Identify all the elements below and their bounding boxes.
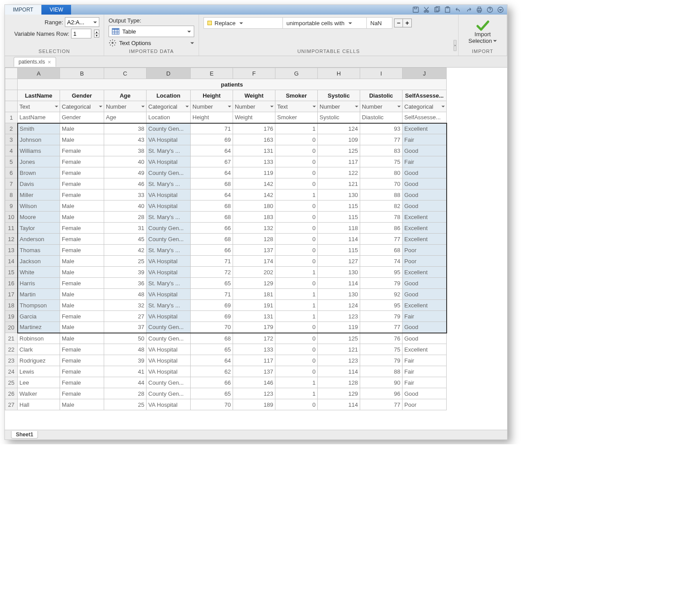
data-cell[interactable]: 114 <box>318 234 360 245</box>
column-letter[interactable]: J <box>403 68 447 79</box>
data-cell[interactable]: 65 <box>191 388 233 399</box>
data-cell[interactable]: VA Hospital <box>147 201 191 212</box>
data-cell[interactable]: 31 <box>104 223 147 234</box>
header-cell[interactable]: SelfAssesse... <box>403 112 447 123</box>
data-cell[interactable]: 71 <box>191 289 233 300</box>
data-cell[interactable]: 202 <box>233 267 275 278</box>
data-cell[interactable]: Male <box>60 134 104 145</box>
add-rule-button[interactable]: + <box>403 19 412 27</box>
column-letter[interactable]: H <box>318 68 360 79</box>
spinner-down-icon[interactable]: ▼ <box>94 34 99 38</box>
row-number[interactable]: 24 <box>5 366 18 377</box>
data-cell[interactable]: 32 <box>104 300 147 311</box>
data-cell[interactable]: 68 <box>191 201 233 212</box>
data-cell[interactable]: 92 <box>360 289 403 300</box>
data-cell[interactable]: 132 <box>233 223 275 234</box>
data-cell[interactable]: 68 <box>360 245 403 256</box>
chevron-down-icon[interactable] <box>190 41 194 45</box>
data-cell[interactable]: 96 <box>360 388 403 399</box>
chevron-down-icon[interactable] <box>493 39 497 43</box>
data-cell[interactable]: VA Hospital <box>147 311 191 322</box>
data-cell[interactable]: Male <box>60 212 104 223</box>
header-cell[interactable]: LastName <box>18 112 60 123</box>
data-cell[interactable]: Good <box>403 289 447 300</box>
data-cell[interactable]: 172 <box>233 333 275 344</box>
data-cell[interactable]: Walker <box>18 388 60 399</box>
data-cell[interactable]: Lee <box>18 377 60 388</box>
column-letter[interactable]: B <box>60 68 104 79</box>
chevron-down-icon[interactable] <box>441 105 445 108</box>
header-cell[interactable]: Location <box>147 112 191 123</box>
data-cell[interactable]: 0 <box>275 333 318 344</box>
data-cell[interactable]: Excellent <box>403 223 447 234</box>
data-cell[interactable]: Poor <box>403 256 447 267</box>
range-input[interactable] <box>67 19 91 26</box>
header-cell[interactable]: Height <box>191 112 233 123</box>
data-cell[interactable]: Brown <box>18 167 60 178</box>
chevron-down-icon[interactable] <box>312 105 316 108</box>
data-cell[interactable]: 130 <box>318 267 360 278</box>
column-letter[interactable]: I <box>360 68 403 79</box>
data-cell[interactable]: Fair <box>403 311 447 322</box>
data-cell[interactable]: Rodriguez <box>18 355 60 366</box>
data-cell[interactable]: 72 <box>191 267 233 278</box>
data-cell[interactable]: 69 <box>191 134 233 145</box>
data-cell[interactable]: 79 <box>360 355 403 366</box>
data-cell[interactable]: Jones <box>18 156 60 167</box>
data-cell[interactable]: 124 <box>318 300 360 311</box>
row-number[interactable]: 16 <box>5 278 18 289</box>
data-cell[interactable]: VA Hospital <box>147 256 191 267</box>
data-cell[interactable]: 66 <box>191 245 233 256</box>
data-cell[interactable]: 42 <box>104 245 147 256</box>
data-cell[interactable]: 109 <box>318 134 360 145</box>
data-cell[interactable]: 133 <box>233 156 275 167</box>
data-cell[interactable]: 46 <box>104 178 147 189</box>
data-cell[interactable]: 0 <box>275 178 318 189</box>
tab-import[interactable]: IMPORT <box>5 5 41 15</box>
data-cell[interactable]: Hall <box>18 399 60 410</box>
paste-icon[interactable] <box>444 6 452 14</box>
data-cell[interactable]: 39 <box>104 355 147 366</box>
data-cell[interactable]: 114 <box>318 366 360 377</box>
data-cell[interactable]: 0 <box>275 156 318 167</box>
row-number[interactable]: 23 <box>5 355 18 366</box>
data-cell[interactable]: 28 <box>104 388 147 399</box>
data-cell[interactable]: Female <box>60 311 104 322</box>
data-cell[interactable]: 124 <box>318 123 360 134</box>
data-cell[interactable]: 114 <box>318 399 360 410</box>
data-cell[interactable]: VA Hospital <box>147 189 191 201</box>
data-cell[interactable]: Fair <box>403 134 447 145</box>
data-cell[interactable]: 163 <box>233 134 275 145</box>
variable-name[interactable]: Gender <box>60 90 104 101</box>
row-number[interactable]: 4 <box>5 145 18 156</box>
data-cell[interactable]: 191 <box>233 300 275 311</box>
data-cell[interactable]: Female <box>60 278 104 289</box>
variable-name[interactable]: Diastolic <box>360 90 403 101</box>
data-cell[interactable]: 174 <box>233 256 275 267</box>
row-number[interactable]: 26 <box>5 388 18 399</box>
range-field[interactable] <box>65 17 99 27</box>
row-number[interactable]: 3 <box>5 134 18 145</box>
data-cell[interactable]: Robinson <box>18 333 60 344</box>
data-cell[interactable]: 121 <box>318 344 360 355</box>
data-cell[interactable]: 142 <box>233 178 275 189</box>
data-cell[interactable]: 79 <box>360 278 403 289</box>
column-letter[interactable]: A <box>18 68 60 79</box>
chevron-down-icon[interactable] <box>187 30 191 34</box>
row-number[interactable]: 25 <box>5 377 18 388</box>
data-cell[interactable]: VA Hospital <box>147 267 191 278</box>
variable-type-dropdown[interactable]: Text <box>275 101 318 112</box>
data-cell[interactable]: Good <box>403 178 447 189</box>
data-cell[interactable]: 77 <box>360 399 403 410</box>
data-cell[interactable]: 71 <box>191 123 233 134</box>
data-cell[interactable]: 38 <box>104 145 147 156</box>
data-cell[interactable]: St. Mary's ... <box>147 178 191 189</box>
remove-rule-button[interactable]: − <box>394 19 403 27</box>
data-cell[interactable]: 76 <box>360 333 403 344</box>
column-letter[interactable]: F <box>233 68 275 79</box>
data-cell[interactable]: 37 <box>104 322 147 333</box>
data-cell[interactable]: 117 <box>318 156 360 167</box>
data-cell[interactable]: 129 <box>318 388 360 399</box>
data-cell[interactable]: 66 <box>191 223 233 234</box>
column-letter[interactable]: C <box>104 68 147 79</box>
